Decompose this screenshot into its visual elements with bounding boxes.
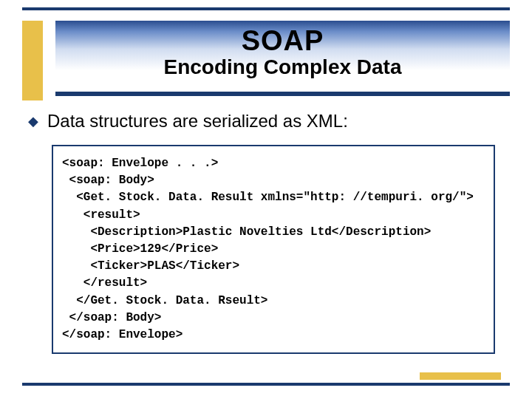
code-line: </Get. Stock. Data. Rseult> [62, 294, 267, 307]
bullet-line: ◆ Data structures are serialized as XML: [30, 111, 502, 132]
content-area: ◆ Data structures are serialized as XML:… [30, 111, 502, 354]
left-gold-bar [22, 21, 43, 100]
code-line: <Price>129</Price> [62, 242, 218, 256]
header-underline [55, 92, 510, 96]
slide-title: SOAP [55, 25, 510, 57]
bottom-gold-accent [420, 372, 501, 380]
code-box: <soap: Envelope . . .> <soap: Body> <Get… [52, 145, 495, 354]
slide-subtitle: Encoding Complex Data [55, 55, 510, 79]
code-line: <Description>Plastic Novelties Ltd</Desc… [62, 225, 431, 239]
code-line: </soap: Body> [62, 311, 161, 324]
bottom-accent-bar [22, 383, 510, 386]
slide: SOAP Encoding Complex Data ◆ Data struct… [0, 0, 532, 399]
code-line: </result> [62, 276, 147, 290]
code-line: <Ticker>PLAS</Ticker> [62, 259, 239, 273]
top-accent-bar [22, 7, 510, 10]
bullet-diamond-icon: ◆ [28, 115, 38, 128]
bullet-text: Data structures are serialized as XML: [47, 111, 348, 132]
header: SOAP Encoding Complex Data [55, 21, 510, 92]
code-line: </soap: Envelope> [62, 328, 183, 341]
code-line: <result> [62, 208, 140, 222]
code-line: <soap: Envelope . . .> [62, 157, 218, 170]
code-line: <Get. Stock. Data. Result xmlns="http: /… [62, 191, 474, 204]
code-line: <soap: Body> [62, 174, 154, 187]
